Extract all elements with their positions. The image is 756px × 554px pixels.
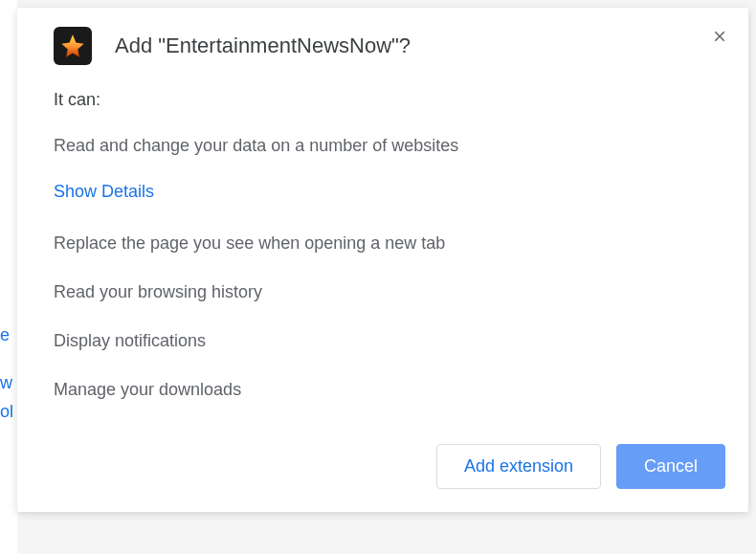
permission-item: Read your browsing history <box>54 279 693 305</box>
close-icon <box>711 28 728 45</box>
permissions-scroll[interactable]: It can: Read and change your data on a n… <box>54 80 712 406</box>
permission-item: Read and change your data on a number of… <box>54 133 693 159</box>
cancel-button[interactable]: Cancel <box>616 444 725 489</box>
background-edge: e w ol <box>0 0 17 554</box>
add-extension-button[interactable]: Add extension <box>436 444 601 489</box>
permission-item: Display notifications <box>54 328 693 354</box>
dialog-title: Add "EntertainmentNewsNow"? <box>115 33 725 58</box>
permission-item: Manage your downloads <box>54 377 693 403</box>
close-button[interactable] <box>708 25 731 48</box>
dialog-footer: Add extension Cancel <box>17 425 748 512</box>
star-icon <box>59 33 86 59</box>
dialog-header: Add "EntertainmentNewsNow"? <box>17 8 748 80</box>
dialog-body: It can: Read and change your data on a n… <box>17 80 748 425</box>
permission-item: Replace the page you see when opening a … <box>54 231 693 256</box>
extension-install-dialog: Add "EntertainmentNewsNow"? It can: Read… <box>17 8 748 512</box>
it-can-label: It can: <box>54 90 693 110</box>
show-details-link[interactable]: Show Details <box>54 182 693 202</box>
extension-icon <box>54 27 92 65</box>
